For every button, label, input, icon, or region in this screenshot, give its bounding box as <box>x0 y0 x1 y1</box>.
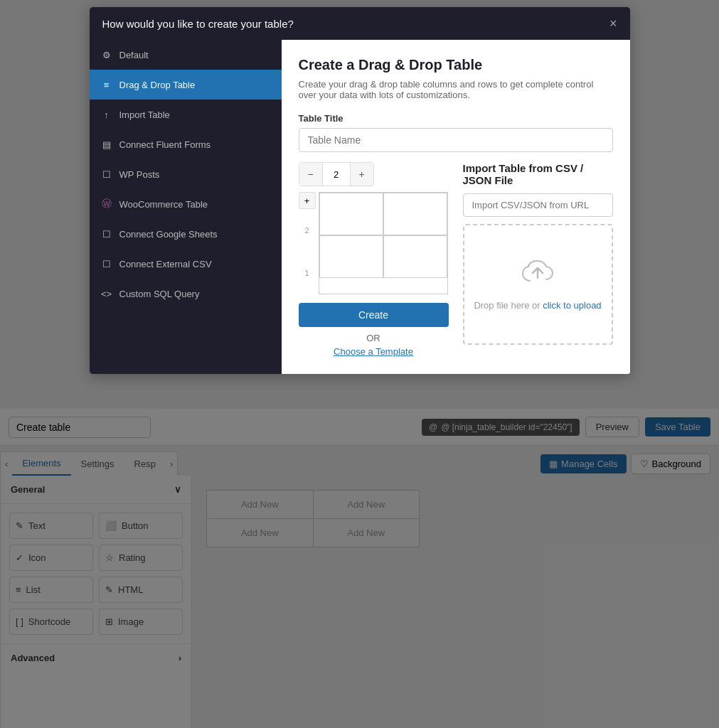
custom-sql-icon: <> <box>101 288 112 299</box>
import-url-input[interactable] <box>463 193 613 217</box>
google-sheets-icon: ☐ <box>101 228 112 240</box>
sidebar-label-sql: Custom SQL Query <box>119 289 200 299</box>
modal-body: ⚙ Default ≡ Drag & Drop Table ↑ Import T… <box>90 40 630 374</box>
wp-posts-icon: ☐ <box>101 168 112 180</box>
grid-cell-1-1[interactable] <box>383 235 447 278</box>
sidebar-item-import-table[interactable]: ↑ Import Table <box>90 100 282 129</box>
grid-cell-1-0[interactable] <box>319 235 383 278</box>
import-section: Import Table from CSV / JSON File <box>463 162 613 357</box>
sidebar-item-custom-sql[interactable]: <> Custom SQL Query <box>90 279 282 309</box>
sidebar-label-import: Import Table <box>119 109 170 120</box>
drop-zone[interactable]: Drop file here or click to upload <box>463 224 613 345</box>
content-title: Create a Drag & Drop Table <box>299 57 613 73</box>
row-num-1: 1 <box>304 252 309 294</box>
grid-cells <box>319 192 448 294</box>
fluent-forms-icon: ▤ <box>101 139 112 150</box>
row-controls: + 2 1 <box>299 192 316 294</box>
sidebar-label-woo: WooCommerce Table <box>119 199 208 210</box>
table-title-label: Table Title <box>299 113 613 124</box>
sidebar-item-woocommerce[interactable]: Ⓦ WooCommerce Table <box>90 189 282 219</box>
content-subtitle: Create your drag & drop table columns an… <box>299 79 613 100</box>
sidebar-label-fluent: Connect Fluent Forms <box>119 139 211 150</box>
sidebar-label-drag-drop: Drag & Drop Table <box>119 80 196 90</box>
import-table-icon: ↑ <box>101 109 112 120</box>
grid-cell-0-0[interactable] <box>319 193 383 235</box>
table-title-input[interactable] <box>299 128 613 152</box>
modal-overlay: How would you like to create your table?… <box>0 0 719 728</box>
grid-visual-wrapper: + 2 1 <box>299 192 449 294</box>
sidebar-label-default: Default <box>119 50 149 60</box>
row-num-2: 2 <box>304 209 309 252</box>
col-decrease-button[interactable]: − <box>299 163 322 186</box>
col-count-display: 2 <box>322 163 351 186</box>
modal-close-button[interactable]: × <box>609 17 617 30</box>
import-title: Import Table from CSV / JSON File <box>463 162 613 186</box>
modal-dialog: How would you like to create your table?… <box>90 7 630 374</box>
modal-header: How would you like to create your table?… <box>90 7 630 40</box>
choose-template-link[interactable]: Choose a Template <box>299 346 449 357</box>
woocommerce-icon: Ⓦ <box>101 198 112 210</box>
sidebar-label-csv: Connect External CSV <box>119 259 212 269</box>
drag-drop-icon: ≡ <box>101 79 112 90</box>
modal-content-area: Create a Drag & Drop Table Create your d… <box>282 40 630 374</box>
grid-cell-0-1[interactable] <box>383 193 447 235</box>
sidebar-item-external-csv[interactable]: ☐ Connect External CSV <box>90 249 282 279</box>
external-csv-icon: ☐ <box>101 258 112 269</box>
sidebar-item-drag-drop[interactable]: ≡ Drag & Drop Table <box>90 70 282 100</box>
sidebar-item-default[interactable]: ⚙ Default <box>90 40 282 70</box>
create-button[interactable]: Create <box>299 303 449 327</box>
drop-zone-link[interactable]: click to upload <box>543 300 601 311</box>
sidebar-item-google-sheets[interactable]: ☐ Connect Google Sheets <box>90 219 282 249</box>
modal-title: How would you like to create your table? <box>102 18 294 30</box>
sidebar-item-wp-posts[interactable]: ☐ WP Posts <box>90 159 282 189</box>
table-builder-left: − 2 + + 2 1 <box>299 162 449 357</box>
sidebar-label-wp: WP Posts <box>119 169 160 180</box>
table-builder-row: − 2 + + 2 1 <box>299 162 613 357</box>
drop-zone-text: Drop file here or click to upload <box>474 300 601 311</box>
or-divider: OR <box>299 333 449 343</box>
column-controls: − 2 + <box>299 162 374 186</box>
default-icon: ⚙ <box>101 49 112 60</box>
sidebar-label-google: Connect Google Sheets <box>119 229 218 240</box>
upload-cloud-icon <box>520 258 555 293</box>
row-add-button[interactable]: + <box>299 192 316 209</box>
modal-sidebar: ⚙ Default ≡ Drag & Drop Table ↑ Import T… <box>90 40 282 374</box>
sidebar-item-fluent-forms[interactable]: ▤ Connect Fluent Forms <box>90 129 282 159</box>
editor-background: Create table @ @ [ninja_table_builder id… <box>0 0 719 728</box>
col-increase-button[interactable]: + <box>351 163 373 186</box>
